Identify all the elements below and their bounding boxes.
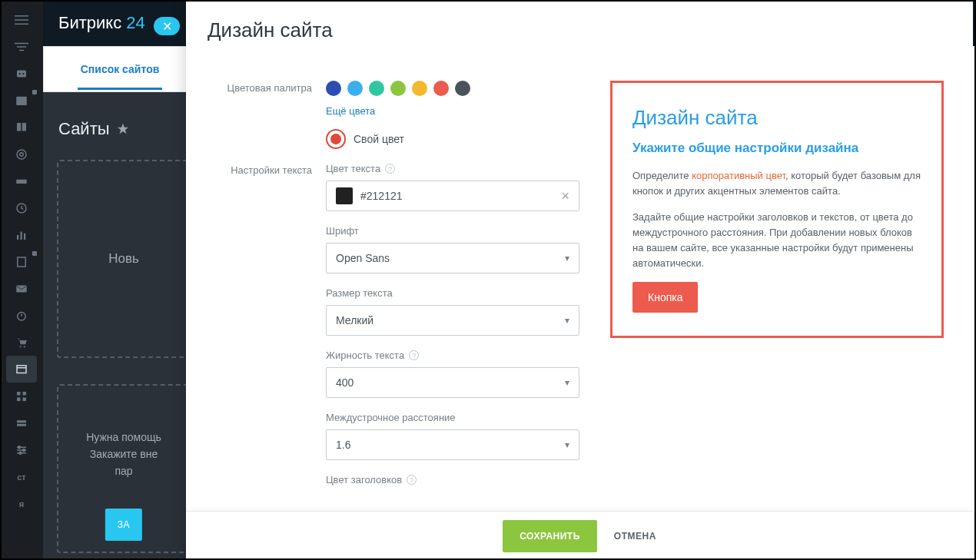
- svg-rect-26: [17, 397, 21, 401]
- timer-icon[interactable]: [0, 302, 43, 329]
- svg-point-7: [19, 72, 21, 74]
- help-card: Нужна помощь Закажите вне пар ЗА: [57, 384, 191, 553]
- form-column: Цветовая палитра Ещё цвета: [203, 81, 579, 511]
- help-order-button[interactable]: ЗА: [105, 509, 142, 541]
- star-icon[interactable]: [116, 122, 130, 136]
- svg-rect-3: [15, 42, 28, 44]
- svg-rect-22: [17, 365, 26, 373]
- text-size-select[interactable]: Мелкий ▾: [326, 305, 579, 336]
- info-icon[interactable]: ?: [409, 350, 419, 360]
- svg-rect-0: [15, 15, 28, 17]
- line-height-select[interactable]: 1.6 ▾: [326, 429, 579, 460]
- own-color-label: Свой цвет: [354, 133, 404, 145]
- swatch-green[interactable]: [390, 81, 406, 96]
- preview-paragraph-2: Задайте общие настройки заголовков и тек…: [632, 210, 921, 271]
- svg-point-35: [19, 452, 22, 454]
- svg-rect-12: [16, 179, 27, 183]
- preview-link: корпоративный цвет: [692, 170, 785, 181]
- color-chip-icon: [336, 187, 353, 204]
- label-heading-color: Цвет заголовков ?: [326, 474, 579, 485]
- info-icon[interactable]: ?: [385, 164, 395, 174]
- apps-icon[interactable]: [0, 383, 43, 409]
- svg-rect-18: [16, 285, 27, 292]
- svg-rect-6: [17, 70, 26, 77]
- save-button[interactable]: СОХРАНИТЬ: [503, 520, 597, 552]
- cart-icon[interactable]: [0, 329, 43, 356]
- preview-heading-1: Дизайн сайта: [632, 106, 921, 130]
- svg-point-33: [18, 446, 21, 448]
- svg-point-20: [19, 346, 21, 347]
- swatch-yellow[interactable]: [412, 81, 427, 96]
- robot-icon[interactable]: [0, 60, 43, 87]
- info-icon[interactable]: ?: [407, 475, 417, 485]
- filter-icon[interactable]: [0, 33, 43, 60]
- chart-icon[interactable]: [0, 221, 43, 248]
- server-icon[interactable]: [0, 409, 43, 436]
- svg-rect-2: [15, 23, 28, 25]
- swatch-red[interactable]: [433, 81, 449, 96]
- brand-name: Битрикс 24: [58, 13, 145, 33]
- font-select[interactable]: Open Sans ▾: [326, 243, 579, 273]
- target-icon[interactable]: [0, 141, 43, 167]
- swatch-blue[interactable]: [326, 81, 341, 96]
- window-icon[interactable]: [6, 356, 37, 383]
- chevron-down-icon: ▾: [565, 253, 569, 263]
- clock-icon[interactable]: [0, 194, 43, 221]
- clear-icon[interactable]: ×: [561, 188, 569, 204]
- new-site-card[interactable]: Новь: [57, 160, 191, 358]
- svg-point-34: [23, 449, 25, 451]
- own-color-option[interactable]: Свой цвет: [326, 129, 579, 149]
- swatch-teal[interactable]: [369, 81, 384, 96]
- svg-rect-28: [17, 420, 26, 422]
- svg-rect-16: [24, 233, 25, 239]
- svg-point-8: [22, 72, 24, 74]
- label-text-size: Размер текста: [326, 287, 579, 299]
- swatch-gray[interactable]: [455, 81, 470, 96]
- svg-rect-29: [17, 423, 26, 426]
- label-font: Шрифт: [326, 225, 579, 237]
- modal-title: Дизайн сайта: [207, 18, 951, 42]
- weight-select[interactable]: 400 ▾: [326, 367, 579, 398]
- chevron-down-icon: ▾: [565, 377, 569, 388]
- calendar-icon[interactable]: [0, 87, 43, 114]
- svg-point-21: [24, 346, 25, 347]
- svg-rect-9: [16, 96, 27, 104]
- tab-site-list[interactable]: Список сайтов: [78, 49, 163, 90]
- rail-text-ct[interactable]: ст: [0, 463, 43, 490]
- mail-icon[interactable]: [0, 275, 43, 302]
- label-line-height: Междустрочное расстояние: [326, 412, 579, 423]
- chevron-down-icon: ▾: [565, 315, 569, 326]
- svg-rect-24: [17, 392, 21, 396]
- design-modal: Дизайн сайта Цветовая палитра: [186, 0, 973, 560]
- modal-footer: СОХРАНИТЬ ОТМЕНА: [186, 511, 973, 560]
- svg-rect-4: [17, 46, 26, 48]
- sliders-icon[interactable]: [0, 436, 43, 463]
- modal-header: Дизайн сайта: [186, 0, 973, 53]
- preview-heading-2: Укажите общие настройки дизайна: [632, 141, 921, 156]
- swatch-sky[interactable]: [347, 81, 363, 96]
- svg-rect-17: [18, 257, 26, 267]
- label-text-color: Цвет текста ?: [326, 163, 579, 174]
- chevron-down-icon: ▾: [565, 439, 569, 450]
- preview-button[interactable]: Кнопка: [632, 282, 698, 313]
- menu-icon[interactable]: [0, 6, 43, 33]
- book-icon[interactable]: [0, 114, 43, 141]
- svg-rect-1: [15, 19, 28, 21]
- svg-rect-27: [23, 397, 27, 401]
- own-color-radio-icon: [326, 129, 346, 149]
- drive-icon[interactable]: [0, 167, 43, 194]
- svg-rect-5: [19, 49, 24, 51]
- svg-point-10: [17, 150, 26, 159]
- svg-rect-25: [23, 392, 27, 396]
- label-text-settings: Настройки текста: [203, 163, 326, 499]
- rail-text-ya[interactable]: я: [0, 490, 43, 517]
- svg-rect-15: [21, 231, 22, 240]
- text-color-input[interactable]: #212121 ×: [326, 181, 579, 211]
- preview-box: Дизайн сайта Укажите общие настройки диз…: [610, 81, 944, 338]
- cancel-button[interactable]: ОТМЕНА: [614, 531, 656, 542]
- label-palette: Цветовая палитра: [203, 81, 326, 149]
- note-icon[interactable]: [0, 248, 43, 275]
- close-slideout-button[interactable]: ✕: [154, 17, 180, 35]
- more-colors-link[interactable]: Ещё цвета: [326, 105, 375, 117]
- sites-heading: Сайты: [58, 119, 130, 139]
